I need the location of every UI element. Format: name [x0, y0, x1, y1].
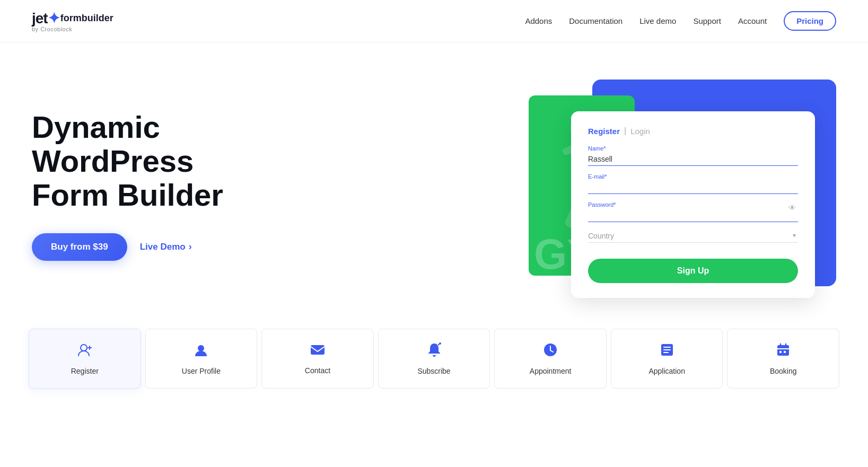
form-type-appointment[interactable]: Appointment: [494, 329, 607, 389]
email-label: E-mail*: [588, 173, 798, 180]
svg-rect-22: [779, 351, 782, 353]
password-label: Password*: [588, 201, 798, 208]
nav-support[interactable]: Support: [693, 16, 721, 25]
email-field: E-mail*: [588, 173, 798, 194]
hero-right: GYM Register | Login Name*: [571, 80, 836, 292]
form-type-booking-label: Booking: [770, 367, 797, 375]
name-label: Name*: [588, 145, 798, 152]
svg-rect-18: [777, 345, 789, 356]
form-type-application[interactable]: Application: [611, 329, 723, 389]
svg-rect-23: [784, 351, 786, 353]
hero-left: Dynamic WordPress Form Builder Buy from …: [32, 110, 297, 260]
form-tabs: Register | Login: [588, 126, 798, 136]
form-type-register[interactable]: Register: [29, 329, 141, 389]
form-type-application-label: Application: [648, 367, 685, 375]
svg-point-9: [198, 345, 204, 351]
form-type-subscribe[interactable]: Subscribe: [378, 329, 490, 389]
hero-title: Dynamic WordPress Form Builder: [32, 110, 297, 212]
form-type-appointment-label: Appointment: [530, 367, 572, 375]
nav-documentation[interactable]: Documentation: [569, 16, 622, 25]
form-type-user-profile[interactable]: User Profile: [145, 329, 258, 389]
nav-links: Addons Documentation Live demo Support A…: [525, 11, 836, 31]
form-types-row: Register User Profile Contact: [0, 318, 868, 410]
country-select[interactable]: Country: [588, 230, 798, 243]
country-select-wrap: Country ▾: [588, 230, 798, 243]
name-input[interactable]: [588, 153, 798, 166]
logo[interactable]: jet✦ formbuilder by Crocoblock: [32, 10, 113, 32]
form-type-subscribe-label: Subscribe: [417, 367, 450, 375]
form-type-user-profile-label: User Profile: [182, 367, 221, 375]
booking-icon: [775, 342, 791, 362]
svg-point-12: [439, 342, 441, 345]
password-input[interactable]: [588, 209, 798, 222]
svg-rect-10: [311, 345, 325, 355]
nav-account[interactable]: Account: [738, 16, 767, 25]
contact-icon: [310, 342, 326, 361]
tab-separator: |: [624, 126, 626, 136]
eye-icon[interactable]: 👁: [788, 204, 796, 212]
form-type-register-label: Register: [71, 367, 99, 375]
logo-sub: by Crocoblock: [32, 26, 113, 32]
form-type-contact[interactable]: Contact: [261, 329, 374, 389]
form-type-contact-label: Contact: [305, 366, 330, 375]
arrow-icon: ›: [189, 241, 192, 252]
name-field: Name*: [588, 145, 798, 166]
nav-live-demo[interactable]: Live demo: [639, 16, 676, 25]
hero-section: Dynamic WordPress Form Builder Buy from …: [0, 42, 868, 318]
email-input[interactable]: [588, 181, 798, 194]
password-field: Password* 👁: [588, 201, 798, 222]
user-profile-icon: [193, 342, 209, 362]
chevron-down-icon: ▾: [793, 232, 796, 239]
country-field: Country ▾: [588, 230, 798, 243]
tab-register[interactable]: Register: [588, 127, 620, 136]
nav-pricing-button[interactable]: Pricing: [784, 11, 836, 31]
register-icon: [77, 342, 93, 362]
tab-login[interactable]: Login: [630, 127, 650, 136]
navbar: jet✦ formbuilder by Crocoblock Addons Do…: [0, 0, 868, 42]
form-type-booking[interactable]: Booking: [727, 329, 839, 389]
appointment-icon: [542, 342, 558, 362]
logo-formbuilder: formbuilder: [60, 13, 113, 24]
buy-button[interactable]: Buy from $39: [32, 233, 127, 261]
application-icon: [659, 342, 675, 362]
svg-point-6: [81, 345, 87, 351]
hero-buttons: Buy from $39 Live Demo ›: [32, 233, 297, 261]
logo-jet: jet✦: [32, 10, 59, 27]
live-demo-button[interactable]: Live Demo ›: [140, 241, 192, 252]
signup-button[interactable]: Sign Up: [588, 259, 798, 283]
form-card: Register | Login Name* E-mail* Password*…: [571, 111, 815, 298]
subscribe-icon: [426, 342, 442, 362]
nav-addons[interactable]: Addons: [525, 16, 552, 25]
